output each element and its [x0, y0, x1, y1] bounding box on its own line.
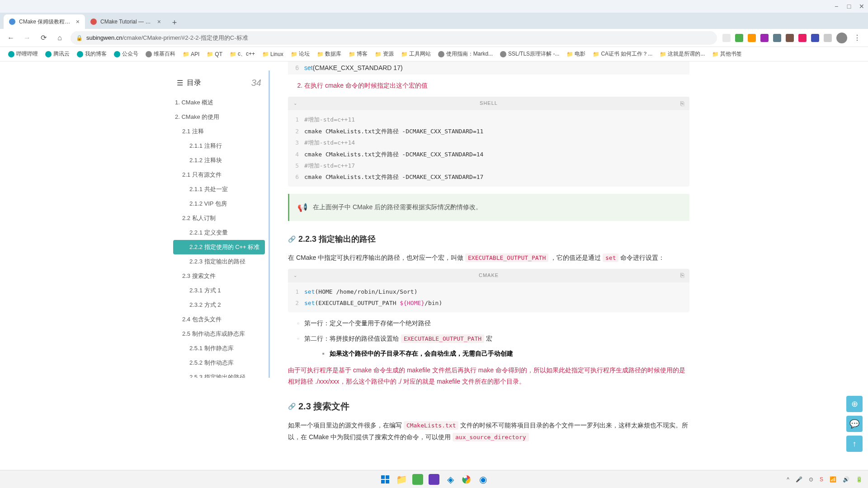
tab-close-icon[interactable]: × — [76, 18, 80, 25]
code-content: set(HOME /home/robin/Linux/Sort) — [304, 286, 689, 297]
toc-item[interactable]: 2.1 注释 — [170, 124, 269, 139]
tab-close-icon[interactable]: × — [157, 18, 161, 25]
site-icon — [45, 51, 52, 57]
code-line: 3#增加-std=c++14 — [288, 137, 689, 148]
toc-item[interactable]: 2.4 包含头文件 — [170, 312, 269, 327]
code-content: #增加-std=c++17 — [304, 160, 689, 171]
cmake-code-block: ⌄ CMAKE ⎘ 1set(HOME /home/robin/Linux/So… — [288, 269, 689, 313]
bookmark-label: 维基百科 — [154, 50, 175, 58]
ordered-list: 在执行 cmake 命令的时候指定出这个宏的值 — [288, 80, 689, 91]
bookmark-item[interactable]: 公众号 — [111, 48, 141, 60]
bookmark-item[interactable]: 📁论坛 — [288, 48, 312, 60]
toc-item[interactable]: 2.3.2 方式 2 — [170, 298, 269, 312]
tab-favicon — [90, 19, 97, 25]
extension-icon[interactable] — [722, 34, 731, 42]
bookmark-item[interactable]: SSL/TLS原理详解 -... — [497, 48, 562, 60]
bookmark-item[interactable]: 📁Linux — [259, 49, 286, 59]
toc-item[interactable]: 1. CMake 概述 — [170, 95, 269, 110]
inline-code: CMakeLists.txt — [404, 421, 459, 430]
bookmark-item[interactable]: 📁QT — [204, 49, 225, 59]
new-tab-button[interactable]: + — [168, 16, 181, 29]
collapse-icon[interactable]: ⌄ — [293, 99, 297, 108]
line-number: 6 — [288, 62, 304, 74]
site-icon — [8, 51, 14, 57]
extension-icon[interactable] — [811, 34, 819, 42]
code-content: #增加-std=c++11 — [304, 114, 689, 125]
bookmark-item[interactable]: 📁API — [180, 49, 202, 59]
menu-button[interactable]: ⋮ — [852, 33, 863, 43]
url-bar[interactable]: 🔒 subingwen.cn/cmake/CMake-primer/#2-2-2… — [71, 31, 717, 45]
reload-button[interactable]: ⟳ — [38, 33, 49, 43]
site-icon — [438, 51, 444, 57]
toc-item[interactable]: 2.2.3 指定输出的路径 — [170, 254, 269, 269]
back-button[interactable]: ← — [5, 33, 16, 43]
link-icon[interactable]: 🔗 — [288, 401, 296, 412]
bookmark-item[interactable]: 腾讯云 — [42, 48, 72, 60]
toc-item[interactable]: 2. CMake 的使用 — [170, 110, 269, 124]
profile-avatar[interactable] — [836, 33, 847, 43]
bookmark-item[interactable]: 📁资源 — [372, 48, 396, 60]
bookmark-item[interactable]: 📁电影 — [564, 48, 588, 60]
toc-item[interactable]: 2.5.1 制作静态库 — [170, 341, 269, 356]
toc-item[interactable]: 2.5.2 制作动态库 — [170, 356, 269, 370]
extension-icon[interactable] — [735, 34, 743, 42]
bookmark-item[interactable]: 📁CA证书 如何工作？... — [590, 48, 655, 60]
extension-icon[interactable] — [773, 34, 781, 42]
code-line: 2set(EXECUTABLE_OUTPUT_PATH ${HOME}/bin) — [288, 297, 689, 309]
bookmark-item[interactable]: 📁这就是所谓的... — [657, 48, 708, 60]
main-content[interactable]: 6 set(CMAKE_CXX_STANDARD 17) 在执行 cmake 命… — [279, 61, 698, 470]
bookmark-item[interactable]: 📁博客 — [346, 48, 370, 60]
bookmark-label: QT — [215, 51, 222, 57]
extension-icon[interactable] — [760, 34, 769, 42]
toc-item[interactable]: 2.3.1 方式 1 — [170, 283, 269, 298]
toc-item[interactable]: 2.1.1 注释行 — [170, 139, 269, 153]
toc-item[interactable]: 2.5.3 指定输出的路径 — [170, 370, 269, 378]
bookmark-item[interactable]: 📁工具网站 — [398, 48, 434, 60]
line-number: 1 — [288, 286, 304, 297]
heading-23: 🔗 2.3 搜索文件 — [288, 398, 689, 414]
bookmark-item[interactable]: 📁数据库 — [314, 48, 344, 60]
code-line: 1set(HOME /home/robin/Linux/Sort) — [288, 286, 689, 297]
bookmark-item[interactable]: 📁c、c++ — [227, 48, 258, 60]
toc-item[interactable]: 2.3 搜索文件 — [170, 269, 269, 283]
toc-item[interactable]: 2.2 私人订制 — [170, 211, 269, 225]
collapse-icon[interactable]: ⌄ — [293, 272, 297, 280]
bookmark-item[interactable]: 维基百科 — [143, 48, 178, 60]
toc-item[interactable]: 2.5 制作动态库或静态库 — [170, 327, 269, 341]
bookmark-item[interactable]: 📁其他书签 — [709, 48, 745, 60]
bookmark-item[interactable]: 我的博客 — [74, 48, 109, 60]
scroll-top-button[interactable]: ↑ — [846, 436, 863, 452]
toc-item[interactable]: 2.1.1 共处一室 — [170, 182, 269, 197]
bookmark-item[interactable]: 使用指南：Markd... — [435, 48, 495, 60]
toc-item[interactable]: 2.2.1 定义变量 — [170, 225, 269, 240]
copy-icon[interactable]: ⎘ — [680, 98, 684, 109]
close-button[interactable]: ✕ — [859, 4, 864, 9]
extension-icon[interactable] — [786, 34, 794, 42]
code-content: cmake CMakeLists.txt文件路径 -DCMAKE_CXX_STA… — [304, 149, 689, 160]
wechat-button[interactable]: 💬 — [846, 416, 863, 432]
link-icon[interactable]: 🔗 — [288, 234, 296, 245]
browser-tab[interactable]: CMake 保姆级教程（上）| 爱编× — [4, 14, 85, 29]
list-item: 在执行 cmake 命令的时候指定出这个宏的值 — [304, 80, 689, 91]
copy-icon[interactable]: ⎘ — [680, 270, 684, 281]
minimize-button[interactable]: − — [834, 4, 839, 9]
extensions-button[interactable] — [824, 34, 832, 42]
toc-item[interactable]: 2.1 只有源文件 — [170, 168, 269, 182]
sidebar: ☰ 目录 34 1. CMake 概述2. CMake 的使用2.1 注释2.1… — [170, 61, 270, 470]
inline-code: set — [603, 253, 618, 262]
bookmark-item[interactable]: 哔哩哔哩 — [5, 48, 41, 60]
code-content: set(EXECUTABLE_OUTPUT_PATH ${HOME}/bin) — [304, 298, 689, 308]
browser-tab[interactable]: CMake Tutorial — CMake 3.2× — [85, 14, 166, 29]
folder-icon: 📁 — [712, 51, 718, 57]
maximize-button[interactable]: □ — [846, 4, 852, 9]
toc-item[interactable]: 2.1.2 注释块 — [170, 153, 269, 168]
home-button[interactable]: ⌂ — [54, 33, 65, 43]
bookmark-label: 我的博客 — [85, 50, 107, 58]
extension-icon[interactable] — [748, 34, 756, 42]
toc-item[interactable]: 2.2.2 指定使用的 C++ 标准 — [173, 240, 265, 254]
share-button[interactable]: ⊕ — [846, 396, 863, 412]
code-language-label: CMAKE — [479, 271, 499, 280]
extension-icon[interactable] — [798, 34, 807, 42]
toc-item[interactable]: 2.1.2 VIP 包房 — [170, 197, 269, 211]
forward-button[interactable]: → — [22, 33, 33, 43]
